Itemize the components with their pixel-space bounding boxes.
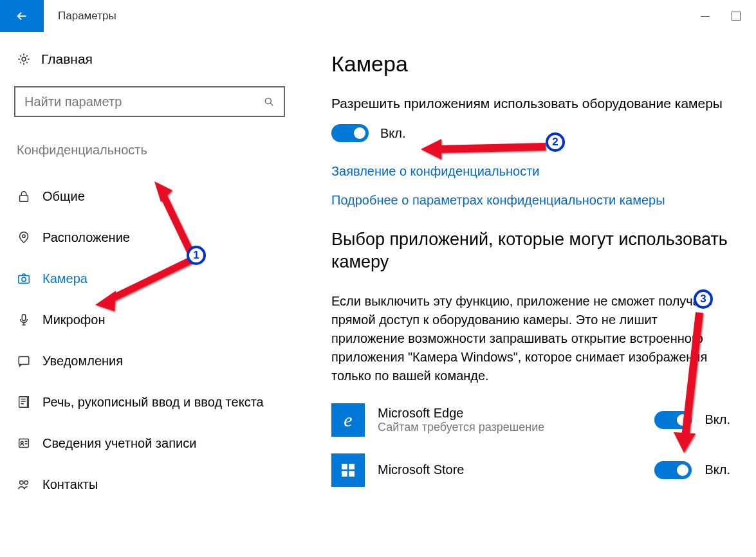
contacts-icon [17, 477, 31, 491]
sidebar-item-speech[interactable]: Речь, рукописный ввод и ввод текста [14, 381, 285, 423]
sidebar-item-label: Контакты [42, 477, 98, 492]
annotation-arrow-1b [90, 255, 199, 319]
main-panel: Камера Разрешить приложениям использоват… [299, 32, 756, 557]
notification-icon [17, 354, 31, 368]
svg-marker-19 [421, 139, 441, 160]
app-toggle-state: Вкл. [705, 462, 730, 477]
annotation-arrow-2 [417, 135, 552, 161]
maximize-button[interactable] [730, 10, 742, 22]
sidebar-item-label: Речь, рукописный ввод и ввод текста [42, 395, 264, 410]
titlebar: Параметры [0, 0, 756, 32]
home-label: Главная [41, 51, 93, 67]
annotation-badge-1: 1 [187, 246, 206, 265]
lock-icon [17, 189, 31, 203]
edge-icon: e [331, 403, 365, 437]
svg-marker-18 [95, 291, 116, 311]
sidebar-item-label: Сведения учетной записи [42, 436, 196, 451]
sidebar-item-label: Уведомления [42, 354, 123, 369]
window-title: Параметры [44, 0, 699, 32]
camera-master-toggle[interactable] [331, 124, 369, 142]
svg-point-3 [23, 235, 25, 237]
arrow-left-icon [15, 9, 29, 23]
app-row-store: Microsoft Store Вкл. [331, 453, 730, 487]
annotation-badge-3: 3 [694, 289, 713, 309]
annotation-arrow-3 [666, 309, 711, 457]
svg-rect-15 [342, 471, 347, 477]
location-icon [17, 230, 31, 244]
search-box[interactable] [14, 86, 285, 117]
search-icon [263, 96, 275, 107]
svg-rect-6 [22, 315, 26, 321]
back-button[interactable] [0, 0, 44, 32]
privacy-statement-link[interactable]: Заявление о конфиденциальности [331, 164, 730, 179]
svg-rect-14 [349, 464, 355, 470]
app-toggle-store[interactable] [654, 461, 692, 479]
svg-point-1 [265, 98, 271, 104]
search-input[interactable] [24, 95, 263, 109]
gear-icon [17, 52, 31, 66]
allow-apps-text: Разрешить приложениям использовать обору… [331, 95, 730, 113]
svg-rect-4 [19, 275, 30, 283]
page-title: Камера [331, 51, 730, 77]
svg-point-0 [22, 57, 26, 61]
mic-icon [17, 313, 31, 327]
sidebar-item-contacts[interactable]: Контакты [14, 464, 285, 505]
sidebar-item-label: Общие [42, 189, 85, 204]
sidebar-item-label: Расположение [42, 230, 130, 245]
app-name: Microsoft Edge [378, 406, 641, 421]
sidebar-item-notifications[interactable]: Уведомления [14, 340, 285, 381]
toggle-state-label: Вкл. [380, 126, 406, 141]
camera-icon [17, 271, 31, 286]
svg-point-5 [22, 277, 26, 281]
svg-point-11 [20, 481, 23, 485]
svg-rect-16 [349, 471, 355, 477]
speech-icon [17, 395, 31, 409]
svg-marker-17 [154, 181, 172, 202]
svg-rect-7 [19, 357, 29, 365]
store-icon [331, 453, 365, 487]
svg-marker-20 [674, 432, 696, 453]
svg-rect-8 [19, 397, 28, 408]
choose-apps-heading: Выбор приложений, которые могут использо… [331, 228, 730, 273]
annotation-badge-2: 2 [546, 132, 565, 152]
window-controls [699, 0, 756, 32]
app-subtext: Сайтам требуется разрешение [378, 421, 641, 434]
sidebar-item-label: Камера [42, 271, 88, 286]
section-header: Конфиденциальность [17, 143, 285, 158]
sidebar-item-account[interactable]: Сведения учетной записи [14, 423, 285, 464]
svg-rect-13 [342, 464, 347, 470]
account-icon [17, 436, 31, 450]
minimize-button[interactable] [699, 10, 711, 22]
svg-rect-2 [20, 196, 28, 201]
app-name: Microsoft Store [378, 462, 641, 477]
svg-point-10 [21, 441, 23, 444]
home-link[interactable]: Главная [17, 51, 285, 67]
svg-point-12 [24, 481, 28, 485]
privacy-more-link[interactable]: Подробнее о параметрах конфиденциальност… [331, 193, 730, 208]
